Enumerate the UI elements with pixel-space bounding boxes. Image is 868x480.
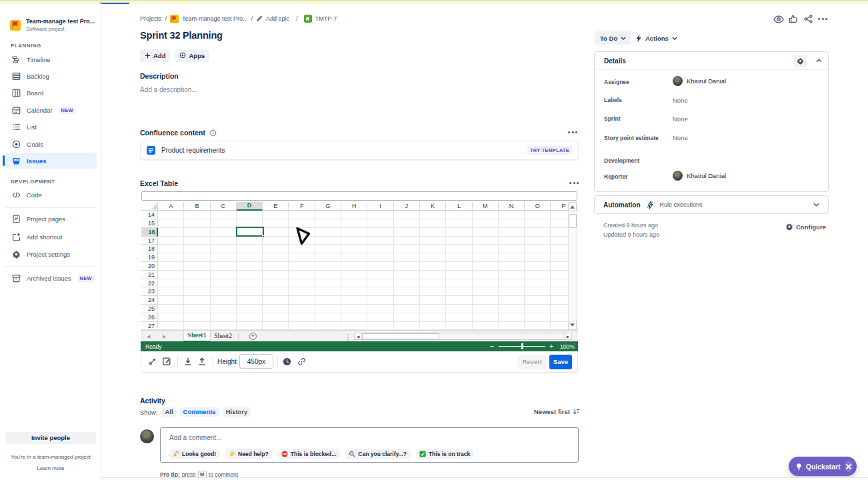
cell-K25[interactable]	[420, 305, 446, 313]
sidebar-item-add-shortcut[interactable]: Add shortcut	[5, 229, 97, 245]
quick-reply-chip[interactable]: Can you clarify...?	[345, 449, 411, 459]
cell-A23[interactable]	[158, 287, 184, 296]
cell-A19[interactable]	[158, 253, 184, 262]
cell-P23[interactable]	[551, 287, 567, 296]
column-header-M[interactable]: M	[473, 202, 499, 211]
cell-O19[interactable]	[525, 253, 551, 262]
invite-people-button[interactable]: Invite people	[5, 432, 96, 444]
sort-button[interactable]: Newest first	[534, 408, 580, 415]
cell-B18[interactable]	[184, 245, 210, 253]
vertical-scrollbar[interactable]	[568, 202, 578, 330]
cell-C15[interactable]	[211, 219, 237, 228]
cell-D17[interactable]	[237, 237, 263, 245]
cell-C16[interactable]	[211, 228, 237, 237]
history-clock-icon[interactable]	[283, 357, 291, 366]
spreadsheet-grid[interactable]: ABCDEFGHIJKLMNOP141516171819202122232425…	[141, 202, 568, 330]
cell-A20[interactable]	[158, 262, 184, 271]
cell-O27[interactable]	[525, 322, 551, 331]
column-header-E[interactable]: E	[263, 202, 289, 211]
quickstart-close-button[interactable]	[845, 461, 853, 472]
cell-P26[interactable]	[551, 313, 567, 322]
cell-C27[interactable]	[211, 322, 237, 331]
cell-H17[interactable]	[341, 237, 367, 245]
cell-H15[interactable]	[341, 219, 367, 228]
column-header-P[interactable]: P	[551, 202, 567, 211]
cell-M27[interactable]	[473, 322, 499, 331]
activity-filter-all[interactable]: All	[161, 407, 176, 417]
cell-A22[interactable]	[158, 279, 184, 288]
cell-N25[interactable]	[499, 305, 525, 313]
cell-H24[interactable]	[341, 296, 367, 305]
sidebar-item-calendar[interactable]: CalendarNEW	[5, 102, 97, 118]
cell-H25[interactable]	[341, 305, 367, 313]
column-header-N[interactable]: N	[499, 202, 525, 211]
details-field-value[interactable]: None	[673, 97, 688, 104]
cell-O17[interactable]	[525, 237, 551, 245]
selection-fill-handle[interactable]	[262, 235, 265, 238]
cell-J19[interactable]	[394, 253, 420, 262]
cell-N21[interactable]	[499, 271, 525, 279]
cell-F22[interactable]	[289, 279, 315, 288]
cell-G17[interactable]	[315, 237, 341, 245]
cell-M25[interactable]	[473, 305, 499, 313]
activity-filter-history[interactable]: History	[223, 407, 251, 417]
cell-H16[interactable]	[341, 228, 367, 237]
cell-K22[interactable]	[420, 279, 446, 288]
zoom-slider-thumb[interactable]	[521, 343, 523, 349]
cell-O25[interactable]	[525, 305, 551, 313]
cell-E16[interactable]	[263, 228, 289, 237]
cell-F16[interactable]	[289, 228, 315, 237]
cell-N17[interactable]	[499, 237, 525, 245]
cell-M23[interactable]	[473, 287, 499, 296]
sheet-next-button[interactable]: ▶	[163, 334, 166, 339]
cell-L16[interactable]	[446, 228, 472, 237]
cell-L20[interactable]	[446, 262, 472, 271]
column-header-O[interactable]: O	[525, 202, 551, 211]
cell-A16[interactable]	[158, 228, 184, 237]
cell-B17[interactable]	[184, 237, 210, 245]
cell-C25[interactable]	[211, 305, 237, 313]
cell-F17[interactable]	[289, 237, 315, 245]
cell-L22[interactable]	[446, 279, 472, 288]
breadcrumb-add-epic[interactable]: Add epic	[256, 15, 289, 22]
cell-O22[interactable]	[525, 279, 551, 288]
cell-E19[interactable]	[263, 253, 289, 262]
cell-N19[interactable]	[499, 253, 525, 262]
cell-B24[interactable]	[184, 296, 210, 305]
cell-L15[interactable]	[446, 219, 472, 228]
cell-N27[interactable]	[499, 322, 525, 331]
cell-K16[interactable]	[420, 228, 446, 237]
cell-K17[interactable]	[420, 237, 446, 245]
sidebar-item-project-pages[interactable]: Project pages	[5, 211, 97, 227]
cell-P18[interactable]	[551, 245, 567, 253]
cell-J25[interactable]	[394, 305, 420, 313]
cell-M19[interactable]	[473, 253, 499, 262]
cell-E14[interactable]	[263, 211, 289, 219]
sidebar-item-list[interactable]: List	[5, 119, 97, 135]
cell-I15[interactable]	[367, 219, 393, 228]
cell-E21[interactable]	[263, 271, 289, 279]
cell-G21[interactable]	[315, 271, 341, 279]
link-icon[interactable]	[297, 357, 306, 366]
sidebar-item-issues[interactable]: Issues	[5, 153, 97, 169]
download-icon[interactable]	[184, 357, 192, 366]
cell-N15[interactable]	[499, 219, 525, 228]
row-header-24[interactable]: 24	[141, 296, 158, 305]
details-field-value[interactable]: None	[673, 134, 688, 141]
cell-C21[interactable]	[211, 271, 237, 279]
cell-N26[interactable]	[499, 313, 525, 322]
cell-O14[interactable]	[525, 211, 551, 219]
horizontal-scroll-thumb[interactable]	[362, 333, 439, 339]
cell-J20[interactable]	[394, 262, 420, 271]
column-header-G[interactable]: G	[315, 202, 341, 211]
cell-G23[interactable]	[315, 287, 341, 296]
cell-N14[interactable]	[499, 211, 525, 219]
cell-H26[interactable]	[341, 313, 367, 322]
cell-E20[interactable]	[263, 262, 289, 271]
cell-L21[interactable]	[446, 271, 472, 279]
cell-K26[interactable]	[420, 313, 446, 322]
cell-L24[interactable]	[446, 296, 472, 305]
excel-more-button[interactable]	[569, 182, 579, 184]
cell-B19[interactable]	[184, 253, 210, 262]
cell-G26[interactable]	[315, 313, 341, 322]
